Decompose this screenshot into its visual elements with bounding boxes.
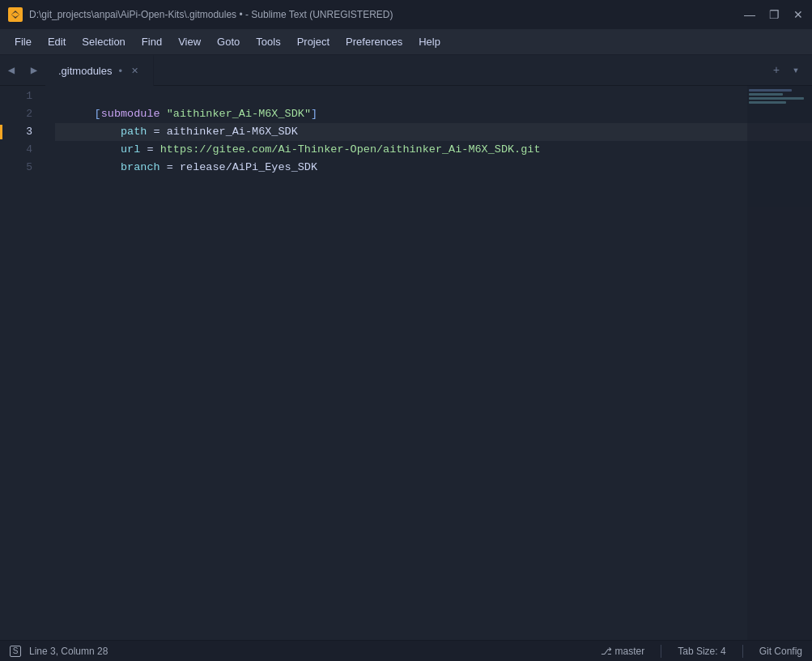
tab-chevron-button[interactable]: ▾ [786, 61, 806, 80]
code-line-3: url = https://gitee.com/Ai-Thinker-Open/… [55, 123, 812, 141]
line-numbers: 1 2 3 4 5 [0, 86, 42, 640]
menu-project[interactable]: Project [289, 32, 338, 51]
new-tab-button[interactable]: + [767, 61, 786, 80]
status-branch[interactable]: ⎇ master [601, 646, 645, 657]
tab-close-button[interactable]: ✕ [129, 66, 140, 77]
menu-preferences[interactable]: Preferences [338, 32, 410, 51]
code-line-2: path = aithinker_Ai-M6X_SDK [55, 105, 812, 123]
line-number-3: 3 [0, 123, 32, 141]
status-tab-size[interactable]: Tab Size: 4 [678, 646, 725, 657]
status-divider [661, 645, 661, 658]
restore-button[interactable]: ❐ [768, 9, 780, 20]
line-number-4: 4 [0, 141, 32, 159]
status-sublime-icon: S [10, 646, 21, 657]
menu-edit[interactable]: Edit [40, 32, 74, 51]
minimap [747, 86, 812, 640]
minimize-button[interactable]: — [744, 9, 755, 20]
menubar: File Edit Selection Find View Goto Tools… [0, 29, 812, 55]
minimap-line-3 [749, 97, 804, 100]
code-line-1: [submodule "aithinker_Ai-M6X_SDK"] [55, 87, 812, 105]
status-divider-2 [742, 645, 743, 658]
tab-modified-dot: • [118, 65, 122, 77]
sublime-icon [8, 7, 23, 22]
status-left: S Line 3, Column 28 [10, 646, 601, 657]
code-area[interactable]: [submodule "aithinker_Ai-M6X_SDK"] path … [42, 86, 812, 640]
menu-view[interactable]: View [170, 32, 209, 51]
current-line-indicator [0, 125, 2, 139]
minimap-line-1 [749, 89, 792, 92]
tab-actions: + ▾ [767, 61, 812, 80]
tabbar: ◀ ▶ .gitmodules • ✕ + ▾ [0, 55, 812, 86]
line-number-1: 1 [0, 87, 32, 105]
close-button[interactable]: ✕ [793, 9, 804, 20]
tab-label: .gitmodules [58, 65, 112, 77]
line-number-2: 2 [0, 105, 32, 123]
menu-file[interactable]: File [6, 32, 40, 51]
code-line-4: branch = release/AiPi_Eyes_SDK [55, 141, 812, 159]
titlebar-left: D:\git_projects\anpai\AiPi-Open-Kits\.gi… [8, 7, 393, 22]
minimap-line-2 [749, 93, 783, 96]
branch-name: master [615, 646, 645, 657]
statusbar: S Line 3, Column 28 ⎇ master Tab Size: 4… [0, 640, 812, 661]
code-line-5 [55, 159, 812, 177]
menu-goto[interactable]: Goto [209, 32, 248, 51]
status-position[interactable]: Line 3, Column 28 [29, 646, 108, 657]
tab-gitmodules[interactable]: .gitmodules • ✕ [45, 55, 154, 86]
menu-selection[interactable]: Selection [74, 32, 133, 51]
menu-find[interactable]: Find [134, 32, 170, 51]
menu-tools[interactable]: Tools [248, 32, 288, 51]
titlebar: D:\git_projects\anpai\AiPi-Open-Kits\.gi… [0, 0, 812, 29]
menu-help[interactable]: Help [410, 32, 449, 51]
status-right: ⎇ master Tab Size: 4 Git Config [601, 645, 802, 658]
titlebar-title: D:\git_projects\anpai\AiPi-Open-Kits\.gi… [29, 9, 393, 20]
tab-next-button[interactable]: ▶ [23, 55, 45, 86]
line-number-5: 5 [0, 159, 32, 177]
titlebar-controls: — ❐ ✕ [744, 9, 804, 20]
status-git-config[interactable]: Git Config [759, 646, 802, 657]
editor[interactable]: 1 2 3 4 5 [submodule "aithinker_Ai-M6X_S… [0, 86, 812, 640]
tab-prev-button[interactable]: ◀ [0, 55, 23, 86]
minimap-content [747, 86, 812, 109]
branch-icon: ⎇ [601, 646, 612, 657]
minimap-line-4 [749, 101, 786, 104]
